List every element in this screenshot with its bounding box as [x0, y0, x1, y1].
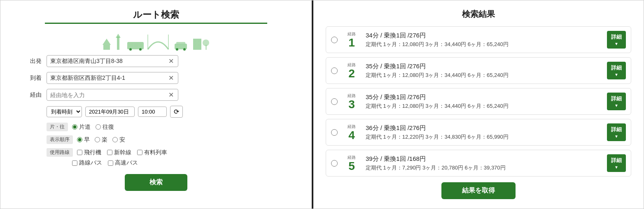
search-button[interactable]: 検索 [125, 174, 187, 191]
departure-clear-button[interactable]: ✕ [168, 57, 175, 65]
via-input[interactable] [50, 92, 168, 98]
arrival-row: 到着 ✕ [17, 72, 295, 84]
svg-rect-13 [176, 42, 185, 45]
route-main-5: 39分 / 乗換1回 /168円 [366, 155, 602, 163]
result-item-1: 経路 1 34分 / 乗換1回 /276円 定期代 1ヶ月：12,080円 3ヶ… [326, 26, 631, 53]
transport-row: 使用路線 飛行機 新幹線 有料列車 路線バス [47, 148, 295, 167]
svg-marker-0 [103, 39, 111, 45]
detail-button-5[interactable]: 詳細 ▼ [607, 154, 626, 172]
date-input[interactable] [85, 107, 135, 117]
sort-easy[interactable]: 楽 [95, 136, 107, 144]
right-panel: 検索結果 経路 1 34分 / 乗換1回 /276円 定期代 1ヶ月：12,08… [313, 0, 644, 209]
result-item-2: 経路 2 35分 / 乗換1回 /276円 定期代 1ヶ月：12,080円 3ヶ… [326, 57, 631, 84]
direction-label: 片・往 [47, 123, 68, 131]
route-sub-1: 定期代 1ヶ月：12,080円 3ヶ月：34,440円 6ヶ月：65,240円 [366, 41, 602, 48]
transport-bus[interactable]: 路線バス [72, 159, 102, 167]
route-badge-number-5: 5 [348, 160, 355, 172]
svg-point-15 [183, 48, 186, 51]
detail-button-4[interactable]: 詳細 ▼ [607, 123, 626, 141]
get-results-button[interactable]: 結果を取得 [441, 182, 516, 199]
departure-label: 出発 [17, 58, 42, 65]
detail-button-3[interactable]: 詳細 ▼ [607, 93, 626, 110]
left-panel: ルート検索 [0, 0, 313, 209]
departure-input[interactable] [50, 58, 168, 65]
sort-early[interactable]: 早 [77, 136, 90, 144]
transport-shinkansen[interactable]: 新幹線 [107, 149, 131, 156]
results-container: 経路 1 34分 / 乗換1回 /276円 定期代 1ヶ月：12,080円 3ヶ… [326, 26, 631, 176]
via-row: 経由 ✕ [17, 89, 295, 101]
chevron-down-icon: ▼ [614, 72, 618, 77]
results-title: 検索結果 [326, 9, 631, 20]
via-input-wrapper: ✕ [47, 89, 178, 101]
route-radio-1[interactable] [331, 37, 338, 43]
header-illustration [17, 30, 295, 51]
arrival-label: 到着 [17, 74, 42, 82]
time-input[interactable] [138, 107, 167, 117]
svg-rect-17 [194, 40, 196, 42]
result-item-3: 経路 3 35分 / 乗換1回 /276円 定期代 1ヶ月：12,080円 3ヶ… [326, 88, 631, 115]
route-badge-number-4: 4 [348, 130, 355, 141]
svg-point-9 [139, 48, 142, 51]
route-badge-number-2: 2 [348, 68, 355, 79]
svg-point-8 [129, 48, 132, 51]
transport-express-bus[interactable]: 高速バス [108, 159, 138, 167]
route-sub-4: 定期代 1ヶ月：12,220円 3ヶ月：34,830円 6ヶ月：65,990円 [366, 133, 602, 141]
departure-row: 出発 ✕ [17, 55, 295, 67]
detail-button-1[interactable]: 詳細 ▼ [607, 31, 626, 49]
chevron-down-icon: ▼ [614, 134, 618, 139]
result-item-5: 経路 5 39分 / 乗換1回 /168円 定期代 1ヶ月：7,290円 3ヶ月… [326, 150, 631, 176]
route-radio-5[interactable] [331, 160, 338, 167]
arrival-clear-button[interactable]: ✕ [168, 74, 175, 82]
route-radio-2[interactable] [331, 67, 338, 74]
sort-label: 表示順序 [47, 135, 73, 144]
route-badge-2: 経路 2 [343, 62, 361, 79]
route-main-4: 36分 / 乗換1回 /276円 [366, 124, 602, 132]
route-info-5: 39分 / 乗換1回 /168円 定期代 1ヶ月：7,290円 3ヶ月：20,7… [366, 155, 602, 172]
direction-option-row: 片・往 片道 往復 [47, 123, 295, 131]
refresh-button[interactable]: ⟳ [170, 106, 183, 118]
svg-rect-18 [198, 40, 200, 42]
arrival-input-wrapper: ✕ [47, 72, 178, 84]
direction-round-trip[interactable]: 往復 [96, 123, 114, 131]
transport-toll[interactable]: 有料列車 [137, 149, 167, 156]
time-type-select[interactable]: 到着時刻 [47, 106, 82, 117]
chevron-down-icon: ▼ [614, 103, 618, 108]
route-radio-3[interactable] [331, 98, 338, 105]
route-main-1: 34分 / 乗換1回 /276円 [366, 32, 602, 39]
svg-rect-1 [103, 45, 110, 50]
sort-cheap[interactable]: 安 [112, 136, 125, 144]
route-badge-3: 経路 3 [343, 93, 361, 110]
route-sub-5: 定期代 1ヶ月：7,290円 3ヶ月：20,780円 6ヶ月：39,370円 [366, 164, 602, 172]
route-info-2: 35分 / 乗換1回 /276円 定期代 1ヶ月：12,080円 3ヶ月：34,… [366, 63, 602, 79]
chevron-down-icon: ▼ [614, 42, 618, 46]
transport-airplane[interactable]: 飛行機 [77, 149, 101, 156]
route-info-3: 35分 / 乗換1回 /276円 定期代 1ヶ月：12,080円 3ヶ月：34,… [366, 93, 602, 110]
sort-radio-group: 早 楽 安 [77, 136, 125, 144]
page-title: ルート検索 [17, 9, 295, 21]
svg-rect-19 [194, 44, 196, 46]
route-info-1: 34分 / 乗換1回 /276円 定期代 1ヶ月：12,080円 3ヶ月：34,… [366, 32, 602, 48]
direction-radio-group: 片道 往復 [72, 123, 114, 131]
route-badge-1: 経路 1 [343, 31, 361, 49]
via-label: 経由 [17, 91, 42, 99]
route-main-3: 35分 / 乗換1回 /276円 [366, 93, 602, 101]
route-badge-number-3: 3 [348, 99, 355, 110]
svg-marker-3 [116, 34, 121, 38]
route-badge-5: 経路 5 [343, 155, 361, 172]
transport-checkbox-group: 飛行機 新幹線 有料列車 [77, 149, 167, 156]
arrival-input[interactable] [50, 75, 168, 81]
direction-one-way[interactable]: 片道 [72, 123, 91, 131]
transport-label: 使用路線 [47, 148, 73, 157]
route-radio-4[interactable] [331, 129, 338, 136]
svg-rect-6 [134, 44, 138, 47]
via-clear-button[interactable]: ✕ [168, 91, 175, 99]
departure-input-wrapper: ✕ [47, 55, 178, 67]
svg-point-14 [176, 48, 178, 51]
route-badge-4: 経路 4 [343, 124, 361, 141]
svg-rect-2 [117, 37, 119, 50]
sort-option-row: 表示順序 早 楽 安 [47, 135, 295, 144]
detail-button-2[interactable]: 詳細 ▼ [607, 62, 626, 79]
route-sub-2: 定期代 1ヶ月：12,080円 3ヶ月：34,440円 6ヶ月：65,240円 [366, 72, 602, 79]
route-main-2: 35分 / 乗換1回 /276円 [366, 63, 602, 70]
route-info-4: 36分 / 乗換1回 /276円 定期代 1ヶ月：12,220円 3ヶ月：34,… [366, 124, 602, 141]
